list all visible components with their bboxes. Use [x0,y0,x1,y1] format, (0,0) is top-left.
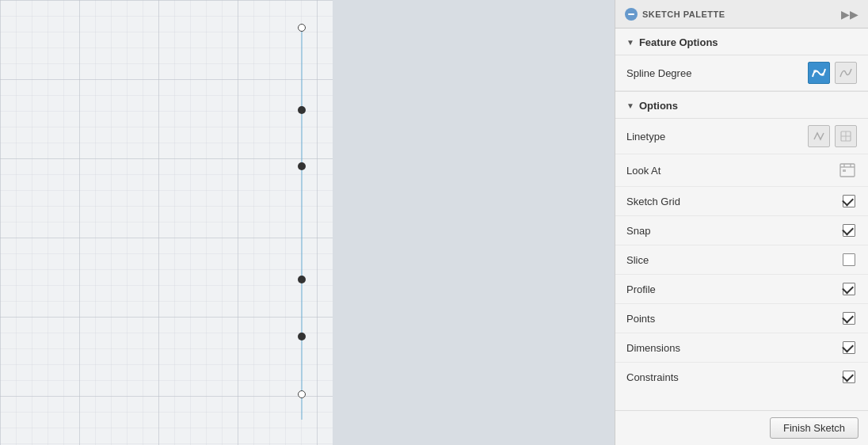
points-label: Points [626,313,655,325]
points-checkbox[interactable] [843,312,855,325]
constraints-checkbox[interactable] [843,371,855,383]
snap-label: Snap [626,225,650,237]
profile-checkbox-wrap [841,281,857,297]
palette-footer: Finish Sketch [615,410,868,445]
linetype-label: Linetype [626,131,665,143]
snap-row: Snap [615,216,868,245]
slice-checkbox-wrap [841,252,857,268]
spline-degree-controls [808,62,857,84]
slice-checkbox[interactable] [843,253,855,266]
slice-row: Slice [615,245,868,275]
feature-options-label: Feature Options [639,36,718,48]
profile-controls [841,281,857,297]
dimensions-label: Dimensions [626,342,680,354]
snap-checkbox[interactable] [843,224,855,237]
feature-options-collapse-icon[interactable]: ▼ [626,38,634,47]
minimize-icon[interactable] [625,8,638,21]
sketch-endpoint-dot [298,390,306,398]
sketch-grid-label: Sketch Grid [626,196,680,207]
sketch-grid-controls [841,193,857,209]
canvas-area [0,0,333,445]
points-checkbox-wrap [841,310,857,326]
linetype-icon-1[interactable] [808,125,830,147]
sketch-dot [298,106,306,114]
svg-rect-1 [0,0,333,445]
feature-options-header: ▼ Feature Options [615,29,868,55]
points-row: Points [615,304,868,333]
profile-row: Profile [615,275,868,304]
constraints-checkbox-wrap [841,369,857,385]
slice-label: Slice [626,254,649,266]
sketch-dot [298,162,306,170]
look-at-row: Look At [615,154,868,187]
sketch-grid-row: Sketch Grid [615,187,868,216]
slice-controls [841,252,857,268]
constraints-controls [841,369,857,385]
linetype-row: Linetype [615,119,868,154]
spline-degree-blue-icon[interactable] [808,62,830,84]
snap-controls [841,222,857,238]
svg-rect-11 [843,169,846,172]
sketch-line [301,24,303,420]
sketch-dot [298,333,306,340]
spline-degree-label: Spline Degree [626,67,691,79]
constraints-label: Constraints [626,371,679,383]
spline-degree-gray-icon[interactable] [835,62,857,84]
svg-point-2 [813,70,817,73]
dimensions-checkbox-wrap [841,340,857,356]
options-collapse-icon[interactable]: ▼ [626,101,634,110]
sketch-grid-checkbox[interactable] [843,195,855,207]
dimensions-checkbox[interactable] [843,341,855,354]
options-label: Options [639,100,678,112]
look-at-icon[interactable] [838,161,857,180]
palette-header: SKETCH PALETTE ▶▶ [615,0,868,29]
sketch-endpoint-dot [298,24,306,32]
spline-degree-row: Spline Degree [615,55,868,91]
profile-checkbox[interactable] [843,283,855,295]
dimensions-row: Dimensions [615,333,868,363]
palette-header-left: SKETCH PALETTE [625,8,725,21]
linetype-icon-2[interactable] [835,125,857,147]
sketch-grid-checkbox-wrap [841,193,857,209]
constraints-row: Constraints [615,363,868,391]
forward-arrows-icon[interactable]: ▶▶ [841,8,858,21]
svg-point-3 [821,73,824,76]
finish-sketch-button[interactable]: Finish Sketch [770,417,858,439]
palette-title: SKETCH PALETTE [642,10,725,19]
linetype-controls [808,125,857,147]
sketch-palette: SKETCH PALETTE ▶▶ ▼ Feature Options Spli… [615,0,868,445]
dimensions-controls [841,340,857,356]
points-controls [841,310,857,326]
snap-checkbox-wrap [841,222,857,238]
look-at-label: Look At [626,165,661,177]
svg-rect-7 [840,164,855,177]
profile-label: Profile [626,283,656,295]
sketch-dot [298,276,306,283]
options-header: ▼ Options [615,92,868,119]
palette-body: ▼ Feature Options Spline Degree [615,29,868,410]
look-at-controls [838,161,857,180]
